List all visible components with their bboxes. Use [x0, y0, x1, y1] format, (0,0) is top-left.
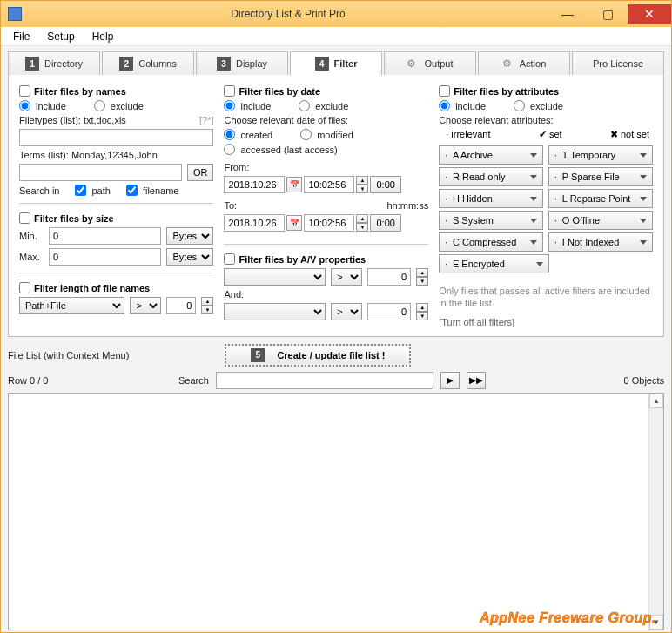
from-time[interactable]	[304, 176, 354, 193]
col-names-size: Filter files by names include exclude Fi…	[19, 84, 213, 327]
from-date[interactable]	[224, 176, 285, 193]
attr-select-left[interactable]: ·E Encrypted	[439, 254, 549, 273]
to-zero[interactable]: 0:00	[370, 214, 400, 232]
chk-filter-av[interactable]	[224, 253, 235, 265]
radio-attr-include[interactable]	[439, 100, 450, 111]
len-op[interactable]: >	[130, 297, 161, 314]
turnoff-link[interactable]: [Turn off all filters]	[439, 317, 653, 327]
menu-setup[interactable]: Setup	[38, 29, 83, 44]
attr-select-left[interactable]: ·H Hidden	[439, 189, 543, 208]
filetypes-input[interactable]	[19, 129, 213, 146]
size-min-input[interactable]	[49, 227, 161, 245]
chk-filter-length[interactable]	[19, 282, 30, 293]
attr-select-right[interactable]: ·P Sparse File	[548, 167, 653, 186]
attr-select-left[interactable]: ·R Read only	[439, 167, 543, 186]
av-spin1[interactable]: ▲▼	[416, 268, 428, 286]
calendar-icon[interactable]: 📅	[286, 177, 302, 192]
filelist-label: File List (with Context Menu)	[8, 350, 129, 360]
radio-date-include[interactable]	[224, 100, 235, 111]
scrollbar[interactable]: ▲ ▼	[648, 394, 663, 630]
attr-row: ·C Compressed·I Not Indexed	[439, 232, 653, 252]
size-min-unit[interactable]: Bytes	[166, 227, 213, 245]
radio-names-exclude[interactable]	[94, 100, 105, 111]
av-op1[interactable]: >	[331, 268, 362, 286]
terms-label: Terms (list): Monday,12345,John	[19, 150, 213, 160]
from-zero[interactable]: 0:00	[370, 176, 400, 193]
legend-irrelevant: · irrelevant	[446, 129, 490, 140]
filter-names-header: Filter files by names	[19, 85, 213, 97]
to-date[interactable]	[224, 214, 285, 232]
play-button[interactable]: ▶	[440, 372, 460, 389]
radio-modified[interactable]	[300, 129, 312, 140]
attr-select-left[interactable]: ·C Compressed	[439, 232, 543, 252]
chk-filter-size[interactable]	[19, 212, 30, 224]
attr-select-left[interactable]: ·A Archive	[439, 145, 543, 165]
attr-select-right[interactable]: ·I Not Indexed	[548, 232, 653, 252]
radio-names-include[interactable]	[19, 100, 30, 111]
av-prop1[interactable]	[224, 268, 326, 286]
titlebar: Directory List & Print Pro — ▢ ✕	[1, 1, 671, 27]
av-prop2[interactable]	[224, 303, 326, 320]
menu-file[interactable]: File	[4, 29, 38, 44]
menu-help[interactable]: Help	[84, 29, 123, 44]
filter-len-header: Filter length of file names	[19, 282, 213, 293]
attr-select-left[interactable]: ·S System	[439, 211, 543, 230]
len-mode[interactable]: Path+File	[19, 297, 124, 314]
scroll-up-icon[interactable]: ▲	[649, 394, 663, 408]
to-time[interactable]	[304, 214, 354, 232]
to-time-spin[interactable]: ▲▼	[356, 214, 368, 232]
size-max-input[interactable]	[49, 248, 161, 266]
chk-filename[interactable]	[126, 185, 138, 196]
av-spin2[interactable]: ▲▼	[416, 303, 428, 320]
tab-pro[interactable]: Pro License	[572, 51, 664, 76]
attr-select-right[interactable]: ·O Offline	[548, 211, 653, 230]
radio-accessed[interactable]	[224, 144, 235, 155]
or-button[interactable]: OR	[187, 164, 214, 181]
size-max-unit[interactable]: Bytes	[166, 248, 213, 266]
len-val[interactable]	[166, 297, 196, 314]
legend-set: ✔ set	[539, 129, 562, 140]
tab-directory[interactable]: 1Directory	[8, 51, 100, 76]
content-area: 1Directory 2Columns 3Display 4Filter Out…	[1, 46, 671, 632]
tab-columns[interactable]: 2Columns	[102, 51, 194, 76]
col-date-av: Filter files by date include exclude Cho…	[224, 84, 428, 327]
chk-path[interactable]	[75, 185, 86, 196]
radio-attr-exclude[interactable]	[514, 100, 525, 111]
close-button[interactable]: ✕	[628, 4, 671, 24]
attr-row: ·H Hidden·L Reparse Point	[439, 189, 653, 208]
gear-icon	[502, 57, 514, 70]
len-spin[interactable]: ▲▼	[201, 297, 213, 314]
chk-filter-date[interactable]	[224, 85, 235, 97]
file-list-area[interactable]: ▲ ▼ AppNee Freeware Group.	[8, 393, 664, 630]
filter-size-header: Filter files by size	[19, 212, 213, 224]
create-button[interactable]: 5 Create / update file list !	[225, 344, 411, 367]
tab-output[interactable]: Output	[384, 51, 476, 76]
attr-row: ·A Archive·T Temporary	[439, 145, 653, 165]
av-val1[interactable]	[367, 268, 411, 286]
watermark: AppNee Freeware Group.	[480, 610, 656, 626]
tab-action[interactable]: Action	[478, 51, 570, 76]
gear-icon	[407, 57, 419, 70]
row-count: Row 0 / 0	[8, 375, 60, 386]
tab-display[interactable]: 3Display	[196, 51, 288, 76]
attr-select-right[interactable]: ·L Reparse Point	[548, 189, 653, 208]
filter-note: Only files that passes all active filter…	[439, 285, 653, 310]
terms-input[interactable]	[19, 164, 182, 181]
fast-forward-button[interactable]: ▶▶	[467, 372, 486, 389]
radio-date-exclude[interactable]	[299, 100, 310, 111]
av-op2[interactable]: >	[331, 303, 362, 320]
minimize-button[interactable]: —	[548, 4, 588, 24]
search-input[interactable]	[216, 372, 433, 389]
tab-filter[interactable]: 4Filter	[290, 51, 382, 76]
calendar-icon[interactable]: 📅	[286, 215, 302, 231]
attr-select-right[interactable]: ·T Temporary	[548, 145, 653, 165]
chk-filter-attr[interactable]	[439, 85, 450, 97]
av-val2[interactable]	[367, 303, 411, 320]
chk-filter-names[interactable]	[19, 85, 30, 97]
filetypes-hint: [?*]	[199, 115, 214, 125]
attr-row: ·E Encrypted	[439, 254, 653, 273]
maximize-button[interactable]: ▢	[588, 4, 628, 24]
radio-created[interactable]	[224, 129, 235, 140]
attr-row: ·R Read only·P Sparse File	[439, 167, 653, 186]
from-time-spin[interactable]: ▲▼	[356, 176, 368, 193]
